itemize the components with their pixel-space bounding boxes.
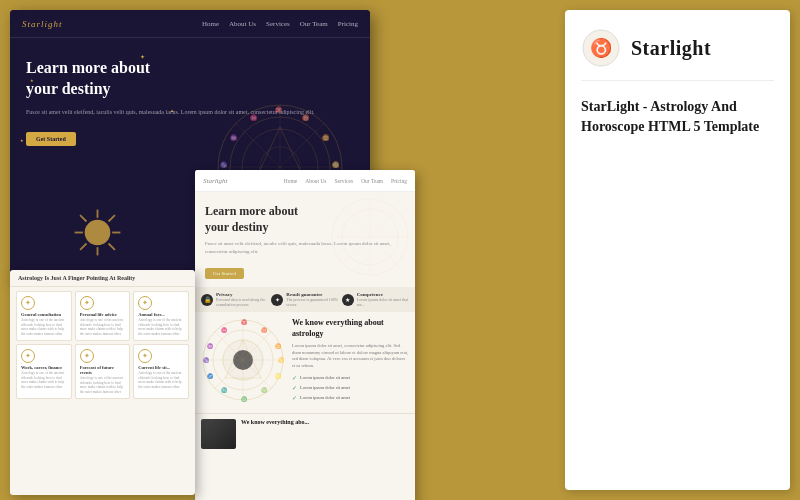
- info-panel: ♉ Starlight StarLight - Astrology And Ho…: [565, 10, 790, 490]
- feature-text-4: Astrology is one of the ancient eldorado…: [21, 371, 67, 389]
- feature-text-6: Astrology is one of the ancient eldorado…: [138, 371, 184, 389]
- svg-text:♒: ♒: [207, 343, 214, 350]
- about-text-block: We know everything abo...: [241, 419, 409, 449]
- feature-icon-1: ✦: [21, 296, 35, 310]
- feature-title-2: Personal life advice: [80, 312, 126, 317]
- brand-name: Starlight: [631, 37, 711, 60]
- feature-title-3: Annual fore...: [138, 312, 184, 317]
- feature-icon-3: ✦: [138, 296, 152, 310]
- dark-hero-section: ✦ ★ ✦ ★ Learn more about your destiny Fu…: [10, 38, 370, 280]
- feature-item-1: ✦ General consultation Astrology is one …: [16, 291, 72, 341]
- features-grid: ✦ General consultation Astrology is one …: [10, 287, 195, 403]
- svg-text:♎: ♎: [241, 396, 248, 403]
- checkmark-icon-2: ✓: [292, 384, 297, 391]
- check-item-1: ✓ Lorem ipsum dolor sit amet: [292, 374, 409, 381]
- feature-item-4: ✦ Work, career, finance Astrology is one…: [16, 344, 72, 399]
- dark-nav: Starlight Home About Us Services Our Tea…: [10, 10, 370, 38]
- guarantee-icon: ✦: [271, 294, 283, 306]
- feature-icon-5: ✦: [80, 349, 94, 363]
- brand-logo: ♉: [581, 28, 621, 68]
- feature-item-5: ✦ Forecast of future events Astrology is…: [75, 344, 131, 399]
- feature-icon-6: ✦: [138, 349, 152, 363]
- svg-text:♍: ♍: [261, 387, 268, 394]
- light-large-badges: 🔒 Privacy Personal data is used along th…: [195, 287, 415, 312]
- svg-text:♑: ♑: [203, 357, 210, 364]
- about-image: [201, 419, 236, 449]
- svg-text:♐: ♐: [207, 373, 214, 380]
- taurus-logo: ♉: [581, 28, 621, 68]
- feature-icon-4: ✦: [21, 349, 35, 363]
- dark-hero-heading: Learn more about your destiny: [26, 58, 354, 100]
- privacy-icon: 🔒: [201, 294, 213, 306]
- check-item-3: ✓ Lorem ipsum dolor sit amet: [292, 394, 409, 401]
- badge-guarantee: ✦ Result guarantee The process is guaran…: [271, 292, 338, 307]
- dark-preview-card: Starlight Home About Us Services Our Tea…: [10, 10, 370, 280]
- dark-cta-button[interactable]: Get Started: [26, 132, 76, 146]
- svg-text:♈: ♈: [241, 319, 248, 326]
- feature-icon-2: ✦: [80, 296, 94, 310]
- dark-nav-links: Home About Us Services Our Team Pricing: [202, 20, 358, 28]
- svg-text:♉: ♉: [590, 37, 613, 59]
- feature-text-1: Astrology is one of the ancient eldorado…: [21, 318, 67, 336]
- badge-privacy: 🔒 Privacy Personal data is used along th…: [201, 292, 268, 307]
- svg-text:♋: ♋: [278, 357, 285, 364]
- feature-title-4: Work, career, finance: [21, 365, 67, 370]
- feature-title-6: Current life sit...: [138, 365, 184, 370]
- svg-text:♓: ♓: [221, 327, 228, 334]
- svg-text:♏: ♏: [221, 387, 228, 394]
- feature-title-1: General consultation: [21, 312, 67, 317]
- svg-text:♉: ♉: [261, 327, 268, 334]
- checkmark-icon-3: ✓: [292, 394, 297, 401]
- svg-text:♌: ♌: [275, 373, 282, 380]
- competence-icon: ★: [342, 294, 354, 306]
- dark-hero-text: Learn more about your destiny Fusce sit …: [10, 38, 370, 280]
- nav-home: Home: [202, 20, 219, 28]
- badge-competence: ★ Competence Lorem ipsum dolor sit amet …: [342, 292, 409, 307]
- light-large-content: ♈ ♉ ♊ ♋ ♌ ♍ ♎ ♏ ♐ ♑ ♒ ♓ We know everythi…: [195, 312, 415, 413]
- nav-about: About Us: [229, 20, 256, 28]
- svg-text:♊: ♊: [275, 343, 282, 350]
- brand-header: ♉ Starlight: [581, 28, 774, 81]
- feature-text-2: Astrology is one of the ancient eldorado…: [80, 318, 126, 336]
- feature-text-5: Astrology is one of the ancient eldorado…: [80, 376, 126, 394]
- feature-title-5: Forecast of future events: [80, 365, 126, 375]
- feature-item-3: ✦ Annual fore... Astrology is one of the…: [133, 291, 189, 341]
- light-about-section: We know everything abo...: [195, 413, 415, 454]
- dark-hero-description: Fusce sit amet velit eleifend, iaculis v…: [26, 108, 354, 117]
- light-about-text: Lorem ipsum dolor sit amet, consectetur …: [292, 343, 409, 370]
- nav-team: Our Team: [300, 20, 328, 28]
- product-title: StarLight - Astrology And Horoscope HTML…: [581, 97, 774, 136]
- feature-text-3: Astrology is one of the ancient eldorado…: [138, 318, 184, 336]
- light-zodiac-wheel: ♈ ♉ ♊ ♋ ♌ ♍ ♎ ♏ ♐ ♑ ♒ ♓: [201, 318, 286, 407]
- dark-site-logo: Starlight: [22, 19, 63, 29]
- checkmark-icon-1: ✓: [292, 374, 297, 381]
- light-about-col: We know everything about astrology Lorem…: [286, 318, 409, 407]
- nav-services: Services: [266, 20, 290, 28]
- check-item-2: ✓ Lorem ipsum dolor sit amet: [292, 384, 409, 391]
- feature-item-2: ✦ Personal life advice Astrology is one …: [75, 291, 131, 341]
- light-about-heading: We know everything about astrology: [292, 318, 409, 339]
- nav-pricing: Pricing: [338, 20, 358, 28]
- feature-item-6: ✦ Current life sit... Astrology is one o…: [133, 344, 189, 399]
- light-preview-grid: Astrology Is Just A Finger Pointing At R…: [10, 270, 195, 495]
- about-title: We know everything abo...: [241, 419, 409, 425]
